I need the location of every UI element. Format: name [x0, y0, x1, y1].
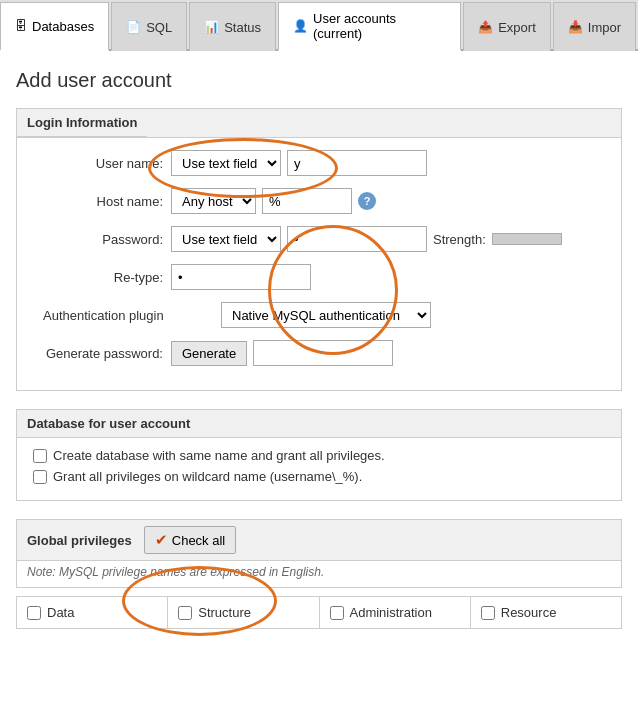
- retype-input[interactable]: [171, 264, 311, 290]
- user-accounts-icon: 👤: [293, 19, 308, 33]
- username-input[interactable]: [287, 150, 427, 176]
- password-row: Password: Use text field No password Str…: [33, 226, 605, 252]
- check-all-button[interactable]: ✔ Check all: [144, 526, 236, 554]
- data-label: Data: [47, 605, 74, 620]
- hostname-input[interactable]: [262, 188, 352, 214]
- export-icon: 📤: [478, 20, 493, 34]
- tab-export[interactable]: 📤 Export: [463, 2, 551, 51]
- create-db-checkbox[interactable]: [33, 449, 47, 463]
- sql-icon: 📄: [126, 20, 141, 34]
- username-select[interactable]: Use text field Any user: [171, 150, 281, 176]
- priv-box-administration[interactable]: Administration: [320, 597, 471, 628]
- password-label: Password:: [33, 232, 163, 247]
- username-controls: Use text field Any user: [171, 150, 427, 176]
- priv-box-resource[interactable]: Resource: [471, 597, 621, 628]
- resource-checkbox[interactable]: [481, 606, 495, 620]
- tab-export-label: Export: [498, 20, 536, 35]
- database-section-header: Database for user account: [27, 416, 190, 431]
- hostname-select[interactable]: Any host Local: [171, 188, 256, 214]
- priv-box-data[interactable]: Data: [17, 597, 168, 628]
- retype-label: Re-type:: [33, 270, 163, 285]
- wildcard-checkbox-row: Grant all privileges on wildcard name (u…: [33, 469, 605, 484]
- wildcard-checkbox[interactable]: [33, 470, 47, 484]
- auth-plugin-row: Authentication plugin Native MySQL authe…: [33, 302, 605, 328]
- databases-icon: 🗄: [15, 19, 27, 33]
- auth-plugin-select[interactable]: Native MySQL authentication: [221, 302, 431, 328]
- privilege-boxes: Data Structure Administration Resource: [16, 596, 622, 629]
- resource-label: Resource: [501, 605, 557, 620]
- wildcard-label: Grant all privileges on wildcard name (u…: [53, 469, 362, 484]
- generated-password-input[interactable]: [253, 340, 393, 366]
- global-privileges-section: Global privileges ✔ Check all Note: MySQ…: [16, 519, 622, 588]
- check-all-label: Check all: [172, 533, 225, 548]
- tab-status-label: Status: [224, 20, 261, 35]
- login-section-header-bar: Login Information: [17, 109, 621, 138]
- database-content: Create database with same name and grant…: [17, 438, 621, 500]
- auth-plugin-controls: Native MySQL authentication: [221, 302, 431, 328]
- tab-databases[interactable]: 🗄 Databases: [0, 2, 109, 51]
- tab-user-accounts-label: User accounts (current): [313, 11, 446, 41]
- login-section-header: Login Information: [17, 109, 147, 137]
- priv-box-structure[interactable]: Structure: [168, 597, 319, 628]
- database-header-bar: Database for user account: [17, 410, 621, 438]
- hostname-label: Host name:: [33, 194, 163, 209]
- hostname-help-icon[interactable]: ?: [358, 192, 376, 210]
- strength-bar: [492, 233, 562, 245]
- page-title: Add user account: [16, 69, 622, 92]
- database-section: Database for user account Create databas…: [16, 409, 622, 501]
- hostname-row: Host name: Any host Local ?: [33, 188, 605, 214]
- retype-row: Re-type:: [33, 264, 605, 290]
- structure-checkbox[interactable]: [178, 606, 192, 620]
- create-db-label: Create database with same name and grant…: [53, 448, 385, 463]
- password-controls: Use text field No password Strength:: [171, 226, 562, 252]
- generate-password-controls: Generate: [171, 340, 393, 366]
- password-input[interactable]: [287, 226, 427, 252]
- hostname-controls: Any host Local ?: [171, 188, 376, 214]
- main-content: Add user account Login Information User …: [0, 51, 638, 708]
- tab-import[interactable]: 📥 Impor: [553, 2, 636, 51]
- structure-label: Structure: [198, 605, 251, 620]
- retype-controls: [171, 264, 311, 290]
- global-privileges-label: Global privileges: [27, 533, 132, 548]
- generate-password-row: Generate password: Generate: [33, 340, 605, 366]
- auth-plugin-label: Authentication plugin: [33, 308, 213, 323]
- password-select[interactable]: Use text field No password: [171, 226, 281, 252]
- administration-checkbox[interactable]: [330, 606, 344, 620]
- username-row: User name: Use text field Any user: [33, 150, 605, 176]
- privileges-note: Note: MySQL privilege names are expresse…: [17, 561, 621, 587]
- generate-password-label: Generate password:: [33, 346, 163, 361]
- tab-user-accounts[interactable]: 👤 User accounts (current): [278, 2, 461, 51]
- login-information-section: Login Information User name: Use text fi…: [16, 108, 622, 391]
- tab-bar: 🗄 Databases 📄 SQL 📊 Status 👤 User accoun…: [0, 0, 638, 51]
- tab-sql-label: SQL: [146, 20, 172, 35]
- tab-import-label: Impor: [588, 20, 621, 35]
- status-icon: 📊: [204, 20, 219, 34]
- global-privileges-header: Global privileges ✔ Check all: [17, 520, 621, 561]
- tab-status[interactable]: 📊 Status: [189, 2, 276, 51]
- tab-databases-label: Databases: [32, 19, 94, 34]
- import-icon: 📥: [568, 20, 583, 34]
- login-form: User name: Use text field Any user Host …: [17, 138, 621, 390]
- create-db-checkbox-row: Create database with same name and grant…: [33, 448, 605, 463]
- check-icon: ✔: [155, 531, 168, 549]
- tab-sql[interactable]: 📄 SQL: [111, 2, 187, 51]
- generate-button[interactable]: Generate: [171, 341, 247, 366]
- username-label: User name:: [33, 156, 163, 171]
- strength-label: Strength:: [433, 232, 486, 247]
- data-checkbox[interactable]: [27, 606, 41, 620]
- administration-label: Administration: [350, 605, 432, 620]
